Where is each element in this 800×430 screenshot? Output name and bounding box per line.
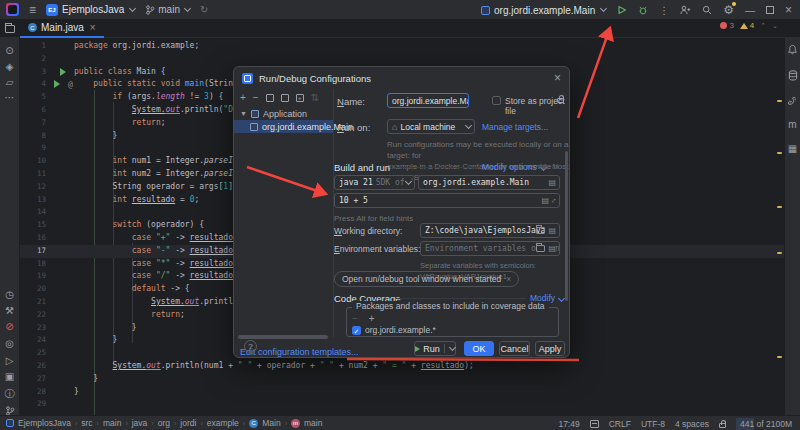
code-line[interactable]: 2 xyxy=(20,53,784,66)
line-number[interactable]: 7 xyxy=(20,117,46,130)
line-number[interactable]: 1 xyxy=(20,40,46,53)
window-maximize-button[interactable] xyxy=(766,6,774,14)
project-tool-window-button[interactable] xyxy=(0,25,20,33)
breadcrumb-item[interactable]: EjemplosJava xyxy=(18,418,71,428)
remove-configuration-icon[interactable]: − xyxy=(253,93,259,103)
coverage-icon[interactable]: ◎ xyxy=(0,339,19,349)
chevron-down-icon[interactable] xyxy=(449,343,456,350)
breadcrumb-item[interactable]: main xyxy=(304,418,322,428)
status-widget-icon[interactable] xyxy=(590,420,599,428)
insert-macro-icon[interactable]: ▤ xyxy=(548,178,556,187)
more-tool-windows-icon[interactable]: ⋯ xyxy=(0,93,19,103)
vcs-branch-widget[interactable]: main xyxy=(145,4,190,15)
expand-field-icon[interactable]: ↕ xyxy=(549,196,558,205)
error-stripe-mark[interactable] xyxy=(777,356,782,358)
line-number[interactable]: 11 xyxy=(20,168,46,181)
breadcrumb-item[interactable]: src xyxy=(81,418,92,428)
program-arguments-input[interactable]: 10 + 5 ▤↕ xyxy=(334,193,560,208)
indent-widget[interactable]: 4 spaces xyxy=(675,419,709,429)
coverage-remove-icon[interactable]: − xyxy=(352,313,358,324)
tab-main-java[interactable]: C Main.java × xyxy=(20,20,104,38)
tree-node-application[interactable]: ▼ Application xyxy=(234,107,333,120)
line-number[interactable]: 24 xyxy=(20,334,46,347)
apply-button[interactable]: Apply xyxy=(535,341,565,356)
dialog-titlebar[interactable]: Run/Debug Configurations xyxy=(234,67,569,89)
run-gutter-icon[interactable] xyxy=(60,68,66,76)
sync-icon[interactable]: ↻ xyxy=(200,4,208,15)
jdk-select[interactable]: java 21 SDK of 'Ejempl xyxy=(334,175,415,190)
tab-close-icon[interactable]: × xyxy=(90,22,96,33)
manage-targets-link[interactable]: Manage targets... xyxy=(482,122,548,132)
build-icon[interactable]: ⚒ xyxy=(0,306,19,316)
readonly-lock-icon[interactable] xyxy=(719,423,726,428)
insert-macro-icon[interactable]: ▤ xyxy=(548,226,556,235)
line-number[interactable]: 2 xyxy=(20,53,46,66)
line-number[interactable]: 26 xyxy=(20,360,46,373)
line-number[interactable]: 29 xyxy=(20,398,46,411)
line-number[interactable]: 5 xyxy=(20,91,46,104)
insert-macro-icon[interactable]: ▤ xyxy=(541,196,549,205)
working-directory-input[interactable]: Z:\code\java\EjemplosJava ▤ xyxy=(420,223,560,238)
inspections-widget[interactable]: 3 4 ⌃ ⌄ xyxy=(720,21,780,30)
line-number[interactable]: 27 xyxy=(20,373,46,386)
open-run-tool-window-chip[interactable]: Open run/debug tool window when started … xyxy=(334,271,519,287)
line-ending-widget[interactable]: CRLF xyxy=(609,419,631,429)
form-scrollbar[interactable] xyxy=(565,151,568,301)
tree-node-selected-config[interactable]: org.jordi.example.Main xyxy=(234,120,333,133)
copy-configuration-icon[interactable] xyxy=(266,94,274,102)
save-configuration-icon[interactable] xyxy=(281,94,289,102)
breadcrumb[interactable]: EjemplosJava›src›main›java›org›jordi›exa… xyxy=(0,418,322,428)
help-button[interactable]: ? xyxy=(244,340,257,353)
bookmarks-icon[interactable]: ▱ xyxy=(0,78,19,88)
line-number[interactable]: 10 xyxy=(20,155,46,168)
line-number[interactable]: 21 xyxy=(20,296,46,309)
more-actions-icon[interactable]: ⋮ xyxy=(659,5,669,16)
encoding-widget[interactable]: UTF-8 xyxy=(641,419,665,429)
line-number[interactable]: 14 xyxy=(20,206,46,219)
line-number[interactable]: 13 xyxy=(20,194,46,207)
line-number[interactable]: 8 xyxy=(20,130,46,143)
line-number[interactable]: 23 xyxy=(20,322,46,335)
run-button[interactable] xyxy=(617,5,627,15)
name-input[interactable]: org.jordi.example.Main xyxy=(387,93,469,108)
profiler-icon[interactable]: ◷ xyxy=(0,290,19,300)
line-number[interactable]: 6 xyxy=(20,104,46,117)
code-line[interactable]: 29 xyxy=(20,398,784,411)
mute-breakpoints-icon[interactable]: ⊘ xyxy=(0,322,19,332)
line-number[interactable]: 12 xyxy=(20,181,46,194)
code-line[interactable]: 1package org.jordi.example; xyxy=(20,40,784,53)
coverage-package-row[interactable]: ✓ org.jordi.example.* xyxy=(352,325,436,335)
problems-icon[interactable]: ⓘ xyxy=(0,389,19,399)
line-number[interactable]: 25 xyxy=(20,347,46,360)
inspection-nav-icons[interactable]: ⌃ ⌄ xyxy=(760,22,780,30)
error-stripe-mark[interactable] xyxy=(777,152,782,154)
insert-macro-icon[interactable]: ▤ xyxy=(548,244,556,253)
run-on-select[interactable]: ⌂ Local machine xyxy=(387,119,475,134)
new-folder-icon[interactable] xyxy=(296,94,304,102)
memory-indicator[interactable]: 441 of 2100M xyxy=(736,418,796,430)
run-button[interactable]: Run xyxy=(414,341,456,356)
coverage-package-checkbox[interactable]: ✓ xyxy=(352,326,361,335)
breadcrumb-item[interactable]: main xyxy=(103,418,121,428)
line-number[interactable]: 15 xyxy=(20,219,46,232)
sort-configurations-icon[interactable]: ⇅ xyxy=(311,93,319,103)
plugins-icon[interactable]: ▦ xyxy=(785,144,800,154)
search-everywhere-icon[interactable] xyxy=(702,5,712,15)
code-with-me-icon[interactable] xyxy=(680,5,691,15)
structure-icon[interactable]: ◈ xyxy=(0,62,19,72)
breadcrumb-item[interactable]: java xyxy=(132,418,148,428)
terminal-icon[interactable]: ▣ xyxy=(0,372,19,382)
expand-arrow-icon[interactable]: ▼ xyxy=(240,110,247,117)
debug-button[interactable] xyxy=(638,5,648,15)
line-number[interactable]: 18 xyxy=(20,258,46,271)
error-stripe-mark[interactable] xyxy=(777,100,782,102)
environment-variables-input[interactable]: Environment variables or .env files ▤ xyxy=(420,241,560,256)
browse-folder-icon[interactable] xyxy=(536,245,545,252)
run-configuration-selector[interactable]: org.jordi.example.Main xyxy=(481,5,606,16)
gradle-icon[interactable] xyxy=(785,96,800,108)
line-number[interactable]: 3 xyxy=(20,66,46,79)
error-stripe-mark[interactable] xyxy=(777,252,782,254)
breadcrumb-item[interactable]: jordi xyxy=(180,418,196,428)
code-line[interactable]: 27 } xyxy=(20,373,784,386)
coverage-add-icon[interactable]: + xyxy=(369,313,375,324)
